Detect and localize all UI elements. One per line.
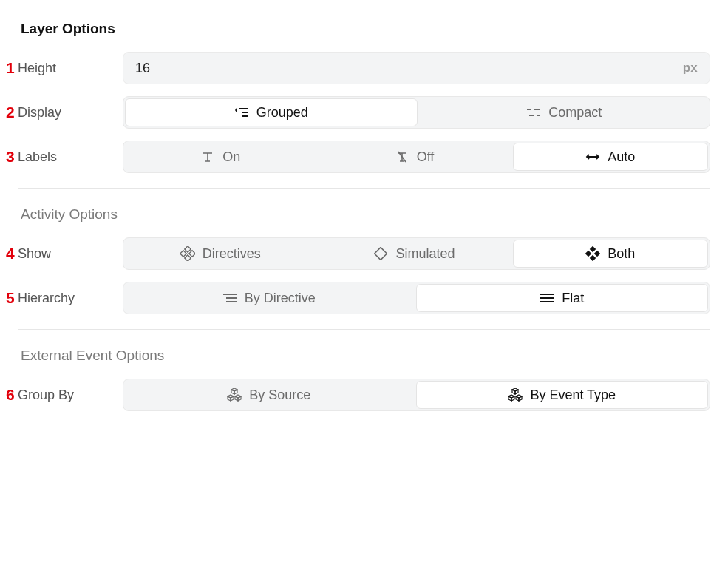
height-row: 1 Height px: [6, 52, 710, 84]
show-both-option[interactable]: Both: [513, 240, 708, 268]
hierarchy-row: 5 Hierarchy By Directive: [6, 282, 710, 314]
display-row: 2 Display Grouped: [6, 96, 710, 129]
show-label: Show: [18, 246, 123, 262]
height-input[interactable]: [135, 61, 683, 76]
text-off-icon: [395, 149, 409, 164]
svg-rect-19: [375, 248, 387, 260]
svg-rect-21: [585, 251, 591, 257]
grouped-icon: [234, 105, 249, 120]
show-segmented-control: Directives Simulated: [123, 237, 710, 270]
section-divider-2: [18, 329, 710, 330]
group-by-event-type-label: By Event Type: [530, 388, 616, 403]
external-event-options-title: External Event Options: [21, 348, 710, 364]
hierarchy-by-directive-option[interactable]: By Directive: [123, 282, 415, 314]
hierarchy-flat-label: Flat: [562, 291, 584, 306]
row-marker-3: 3: [6, 148, 18, 166]
height-input-wrap: px: [123, 52, 710, 84]
labels-off-option[interactable]: Off: [317, 141, 511, 172]
compact-icon: [526, 105, 541, 120]
labels-auto-label: Auto: [608, 149, 635, 165]
group-by-row: 6 Group By: [6, 379, 710, 411]
svg-rect-23: [590, 255, 596, 261]
display-segmented-control: Grouped Compact: [123, 96, 710, 129]
directives-icon: [180, 246, 195, 261]
labels-on-option[interactable]: On: [123, 141, 317, 172]
display-label: Display: [18, 105, 123, 121]
hierarchy-label: Hierarchy: [18, 291, 123, 306]
show-directives-option[interactable]: Directives: [123, 238, 317, 269]
row-marker-6: 6: [6, 386, 18, 404]
cubes-icon: [227, 388, 242, 402]
svg-rect-20: [590, 246, 596, 252]
show-simulated-option[interactable]: Simulated: [317, 238, 511, 269]
display-grouped-option[interactable]: Grouped: [125, 98, 418, 126]
display-compact-option[interactable]: Compact: [419, 97, 710, 128]
activity-options-title: Activity Options: [21, 206, 710, 223]
group-by-source-label: By Source: [249, 388, 310, 403]
height-unit: px: [683, 61, 698, 75]
group-by-source-option[interactable]: By Source: [123, 379, 415, 410]
show-directives-label: Directives: [203, 246, 261, 262]
row-marker-2: 2: [6, 104, 18, 121]
layer-options-section: Layer Options 1 Height px 2 Display: [6, 21, 710, 173]
labels-segmented-control: On Off: [123, 141, 710, 173]
group-by-event-type-option[interactable]: By Event Type: [416, 381, 709, 409]
external-event-options-section: External Event Options 6 Group By: [6, 348, 710, 411]
layer-options-title: Layer Options: [21, 21, 710, 37]
section-divider: [18, 188, 710, 189]
labels-off-label: Off: [417, 149, 435, 165]
flat-icon: [540, 291, 554, 305]
height-label: Height: [18, 61, 123, 76]
labels-auto-option[interactable]: Auto: [513, 143, 708, 171]
svg-rect-22: [594, 251, 600, 257]
show-simulated-label: Simulated: [395, 246, 455, 262]
labels-on-label: On: [222, 149, 240, 165]
auto-width-icon: [585, 149, 600, 164]
labels-label: Labels: [18, 149, 123, 165]
svg-rect-18: [184, 255, 190, 261]
hierarchy-flat-option[interactable]: Flat: [416, 284, 709, 312]
show-row: 4 Show Directives: [6, 237, 710, 270]
activity-options-section: Activity Options 4 Show Directives: [6, 206, 710, 314]
cubes-icon-active: [508, 388, 523, 402]
simulated-icon: [373, 246, 388, 261]
display-compact-label: Compact: [548, 105, 602, 121]
by-directive-icon: [222, 291, 237, 305]
row-marker-1: 1: [6, 59, 18, 77]
hierarchy-segmented-control: By Directive Flat: [123, 282, 710, 314]
svg-rect-15: [184, 246, 190, 252]
row-marker-5: 5: [6, 289, 18, 307]
svg-rect-17: [188, 251, 194, 257]
row-marker-4: 4: [6, 245, 18, 263]
both-icon: [585, 246, 600, 261]
group-by-label: Group By: [18, 388, 123, 403]
display-grouped-label: Grouped: [256, 105, 308, 121]
group-by-segmented-control: By Source: [123, 379, 710, 411]
svg-rect-16: [180, 251, 186, 257]
show-both-label: Both: [608, 246, 635, 262]
text-on-icon: [200, 149, 215, 164]
hierarchy-by-directive-label: By Directive: [245, 291, 316, 306]
labels-row: 3 Labels On: [6, 141, 710, 173]
